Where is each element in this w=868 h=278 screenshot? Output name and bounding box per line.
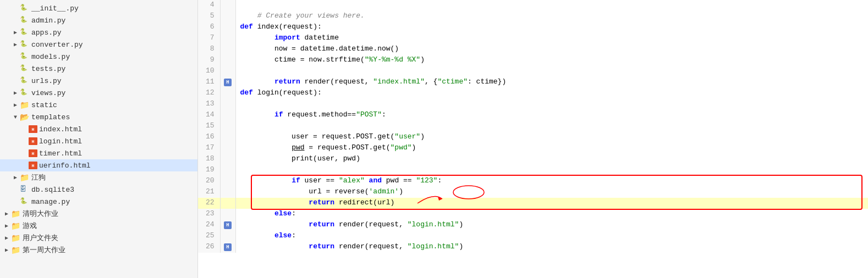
- line-number: 26: [198, 242, 220, 253]
- tree-item-youxi[interactable]: 📁 游戏: [0, 220, 197, 232]
- db-icon: 🗄: [20, 185, 30, 194]
- folder-icon: 📁: [11, 246, 21, 254]
- tree-item-user[interactable]: 📁 用户文件夹: [0, 232, 197, 244]
- code-line-26: 26 H return render(request, "login.html"…: [198, 242, 868, 253]
- line-number: 18: [198, 154, 220, 165]
- tree-item-converter[interactable]: 🐍 converter.py: [0, 38, 197, 51]
- arrow-closed-icon: [11, 29, 20, 36]
- arrow-none: [11, 65, 20, 73]
- string: "123": [416, 176, 437, 185]
- code-line-20: 20 if user == "alex" and pwd == "123":: [198, 176, 868, 187]
- line-code: else:: [235, 231, 868, 242]
- keyword: def: [240, 23, 253, 31]
- line-gutter: H: [220, 77, 235, 88]
- keyword: return: [309, 198, 334, 207]
- line-gutter: [220, 33, 235, 44]
- function-name: login: [257, 88, 279, 97]
- code-line-25: 25 else:: [198, 231, 868, 242]
- line-number: 10: [198, 66, 220, 77]
- folder-icon: 📁: [11, 221, 21, 230]
- code-line-21: 21 url = reverse('admin'): [198, 187, 868, 198]
- line-code: [235, 66, 868, 77]
- keyword: def: [240, 88, 253, 97]
- line-gutter: [220, 66, 235, 77]
- keyword: return: [309, 220, 334, 229]
- tree-item-tests[interactable]: 🐍 tests.py: [0, 63, 197, 75]
- code-line-14: 14 if request.method=="POST":: [198, 110, 868, 121]
- folder-icon: 📁: [20, 173, 30, 182]
- tree-item-init[interactable]: 🐍 __init__.py: [0, 2, 197, 14]
- tree-item-login-html[interactable]: H login.html: [0, 135, 197, 147]
- html-icon: H: [29, 125, 37, 133]
- folder-label: templates: [31, 113, 70, 121]
- tree-item-qingming[interactable]: 📁 清明大作业: [0, 208, 197, 220]
- tree-item-urls[interactable]: 🐍 urls.py: [0, 75, 197, 87]
- tree-item-static[interactable]: 📁 static: [0, 99, 197, 111]
- keyword: else: [274, 209, 292, 218]
- arrow-closed-icon: [11, 90, 20, 96]
- py-icon: 🐍: [20, 40, 30, 49]
- file-label: __init__.py: [31, 4, 79, 13]
- arrow-none: [11, 198, 20, 206]
- line-number: 24: [198, 220, 220, 231]
- keyword: if: [292, 176, 300, 185]
- underline-text: pwd: [292, 143, 304, 152]
- tree-item-apps[interactable]: 🐍 apps.py: [0, 26, 197, 38]
- line-gutter: [220, 99, 235, 110]
- line-code: pwd = request.POST.get("pwd"): [235, 143, 868, 154]
- file-label: timer.html: [39, 149, 82, 158]
- keyword: import: [274, 34, 300, 42]
- code-line-10: 10: [198, 66, 868, 77]
- tree-item-jiangou[interactable]: 📁 江狗: [0, 171, 197, 184]
- line-gutter: H: [220, 242, 235, 253]
- file-label: login.html: [39, 137, 82, 146]
- line-code: # Create your views here.: [235, 11, 868, 22]
- code-line-19: 19: [198, 165, 868, 176]
- file-label: db.sqlite3: [31, 186, 74, 194]
- bookmark-icon: H: [224, 221, 232, 229]
- code-line-15: 15: [198, 121, 868, 132]
- tree-item-index-html[interactable]: H index.html: [0, 123, 197, 135]
- line-code: return render(request, "login.html"): [235, 242, 868, 253]
- tree-item-views[interactable]: 🐍 views.py: [0, 87, 197, 99]
- code-line-8: 8 now = datetime.datetime.now(): [198, 44, 868, 55]
- tree-item-models[interactable]: 🐍 models.py: [0, 51, 197, 63]
- line-number: 16: [198, 132, 220, 143]
- line-gutter: [220, 143, 235, 154]
- tree-item-userinfo-html[interactable]: H uerinfo.html: [0, 159, 197, 171]
- file-label: apps.py: [31, 29, 62, 37]
- arrow-none: [11, 186, 20, 194]
- line-gutter: [220, 88, 235, 99]
- code-line-4: 4: [198, 0, 868, 11]
- tree-item-timer-html[interactable]: H timer.html: [0, 147, 197, 159]
- tree-item-templates[interactable]: 📂 templates: [0, 111, 197, 123]
- line-code: user = request.POST.get("user"): [235, 132, 868, 143]
- file-label: models.py: [31, 53, 70, 61]
- tree-item-admin[interactable]: 🐍 admin.py: [0, 14, 197, 26]
- comment-text: # Create your views here.: [240, 12, 365, 20]
- string: "login.html": [408, 242, 459, 251]
- line-gutter: [220, 110, 235, 121]
- code-line-11: 11 H return render(request, "index.html"…: [198, 77, 868, 88]
- tree-item-diyi[interactable]: 📁 第一周大作业: [0, 244, 197, 256]
- line-gutter: [220, 176, 235, 187]
- py-icon: 🐍: [20, 197, 30, 206]
- tree-item-db[interactable]: 🗄 db.sqlite3: [0, 184, 197, 196]
- line-code: [235, 0, 868, 11]
- file-label: manage.py: [31, 198, 70, 206]
- file-label: index.html: [39, 125, 82, 134]
- line-gutter: [220, 187, 235, 198]
- function-name: index: [257, 23, 279, 31]
- line-number: 21: [198, 187, 220, 198]
- code-line-13: 13: [198, 99, 868, 110]
- line-number: 20: [198, 176, 220, 187]
- tree-item-manage[interactable]: 🐍 manage.py: [0, 196, 197, 208]
- line-gutter: [220, 165, 235, 176]
- folder-label: 第一周大作业: [23, 245, 65, 255]
- code-line-6: 6 def index(request):: [198, 22, 868, 33]
- line-code: ctime = now.strftime("%Y-%m-%d %X"): [235, 55, 868, 66]
- line-gutter: [220, 121, 235, 132]
- keyword: return: [274, 77, 300, 86]
- arrow-closed-icon: [2, 235, 11, 241]
- folder-label: 江狗: [31, 173, 46, 182]
